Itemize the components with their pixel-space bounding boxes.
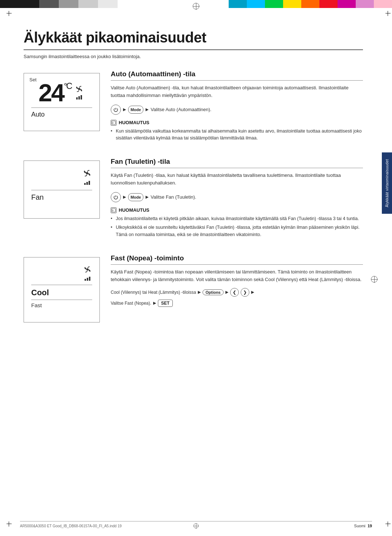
fan-section: Fan (Tuuletin) -tila Käytä Fan (Tuuletin… [111, 158, 363, 243]
blue-chip [247, 0, 265, 8]
auto-mode-instruction: ▶ Mode ▶ Valitse Auto (Automaattinen). [111, 105, 363, 115]
arrow-icon-2: ▶ [146, 107, 148, 112]
reg-circle-top [193, 3, 199, 9]
fast-section: Fast (Nopea) -toiminto Käytä Fast (Nopea… [111, 254, 363, 310]
auto-display-box: Set 24°C [24, 73, 100, 131]
options-button: Options [203, 289, 224, 295]
auto-section: Auto (Automaattinen) -tila Valitse Auto … [111, 70, 363, 147]
fan-instruction-text: Valitse Fan (Tuuletin). [151, 194, 196, 200]
dark-chip [39, 0, 59, 8]
svg-point-3 [86, 172, 88, 174]
cyan-chip [229, 0, 247, 8]
arrow-icon-5: ▶ [198, 290, 201, 295]
footer-page-num: 19 [368, 524, 372, 528]
red-chip [319, 0, 338, 8]
fast-instruction-2: Valitse Fast (Nopea). ▶ SET [111, 300, 363, 307]
footer-lang: Suomi [354, 524, 366, 528]
footer: AR5000&A3050 ET Good_IB_DB68-06157A-00_F… [20, 521, 372, 528]
fast-section-text: Käytä Fast (Nopea) -toimintoa tilan nope… [111, 268, 363, 284]
fan-mode-label: Fan [31, 190, 92, 202]
cool-mode-label: Cool [31, 285, 92, 297]
arrow-icon-8: ▶ [153, 301, 156, 305]
auto-icons [74, 84, 85, 100]
green-chip [265, 0, 283, 8]
arrow-icon-6: ▶ [225, 290, 228, 295]
fast-section-title: Fast (Nopea) -toiminto [111, 254, 363, 265]
fan-section-title: Fan (Tuuletin) -tila [111, 158, 363, 168]
set-label: Set [29, 77, 37, 82]
fan-icon-display [81, 167, 93, 185]
arrow-icon-1: ▶ [123, 107, 126, 112]
auto-note-list: Kun sisälämpötila vaikuttaa korkeammalta… [111, 128, 363, 142]
auto-instruction-text: Valitse Auto (Automaattinen). [151, 107, 211, 112]
fan-note-item-1: Jos ilmastointilaitetta ei käytetä pitkä… [111, 215, 363, 222]
footer-page-info: Suomi 19 [354, 524, 372, 528]
left-angle-btn: ❮ [230, 288, 239, 297]
side-tab: Älykkäät virtaominaisuudet [382, 153, 392, 214]
light-pink-chip [374, 0, 392, 8]
temperature-display: 24°C [38, 82, 72, 104]
arrow-icon-3: ▶ [123, 195, 126, 199]
fan-note-list: Jos ilmastointilaitetta ei käytetä pitkä… [111, 215, 363, 238]
fan-mode-instruction: ▶ Mode ▶ Valitse Fan (Tuuletin). [111, 192, 363, 202]
footer-left-text: AR5000&A3050 ET Good_IB_DB68-06157A-00_F… [20, 524, 122, 528]
note-icon-2: i [111, 207, 117, 213]
cool-fast-display-box: Cool Fast [24, 257, 100, 322]
gray-chip [59, 0, 78, 8]
reg-circle-right [371, 276, 377, 283]
auto-note-title: i HUOMAUTUS [111, 120, 363, 126]
auto-section-title: Auto (Automaattinen) -tila [111, 70, 363, 81]
power-button-icon-2 [111, 192, 121, 202]
svg-text:i: i [113, 209, 113, 212]
fan-section-text: Käytä Fan (Tuuletin) -tilaa, kun haluat … [111, 172, 363, 187]
orange-chip [301, 0, 319, 8]
fan-note-title: i HUOMAUTUS [111, 207, 363, 213]
fan-display-box: Fan [24, 161, 100, 219]
arrow-icon-4: ▶ [146, 195, 148, 199]
light-chip [78, 0, 98, 8]
auto-mode-label: Auto [31, 107, 92, 118]
svg-text:i: i [113, 121, 113, 125]
yellow-chip [283, 0, 301, 8]
signal-bars [76, 95, 82, 100]
black-chip [0, 0, 39, 8]
fan-signal-bars [81, 181, 93, 185]
right-angle-btn: ❯ [241, 288, 249, 297]
fan-icon [74, 84, 85, 94]
fast-sub-label: Fast [31, 300, 92, 308]
svg-point-6 [86, 268, 89, 271]
power-button-icon [111, 105, 121, 115]
mode-button-icon: Mode [128, 106, 143, 114]
footer-center-reg [193, 523, 199, 528]
cool-signal-bars [82, 277, 93, 281]
fan-note-item-2: Ulkoyksikköä ei ole suunniteltu käytettä… [111, 224, 363, 238]
cool-fan-icon [82, 264, 93, 281]
arrow-icon-7: ▶ [251, 290, 254, 295]
magenta-chip [338, 0, 356, 8]
fan-note: i HUOMAUTUS Jos ilmastointilaitetta ei k… [111, 207, 363, 238]
page-subtitle: Samsungin ilmastointilaitteessa on joukk… [24, 54, 363, 59]
auto-note: i HUOMAUTUS Kun sisälämpötila vaikuttaa … [111, 120, 363, 142]
fast-instruction-1: Cool (Viilennys) tai Heat (Lämmitys) -ti… [111, 288, 363, 297]
mode-button-icon-2: Mode [128, 193, 143, 201]
note-icon-1: i [111, 120, 117, 126]
degree-symbol: °C [64, 81, 72, 91]
pink-chip [356, 0, 374, 8]
white-chip [98, 0, 118, 8]
fast-label-1: Cool (Viilennys) tai Heat (Lämmitys) -ti… [111, 290, 196, 295]
fast-label-2: Valitse Fast (Nopea). [111, 301, 151, 306]
svg-point-0 [78, 88, 80, 90]
auto-section-text: Valitse Auto (Automaattinen) -tila, kun … [111, 84, 363, 100]
auto-note-item-1: Kun sisälämpötila vaikuttaa korkeammalta… [111, 128, 363, 142]
page-title: Älykkäät pikaominaisuudet [24, 29, 363, 50]
set-button: SET [158, 300, 173, 307]
